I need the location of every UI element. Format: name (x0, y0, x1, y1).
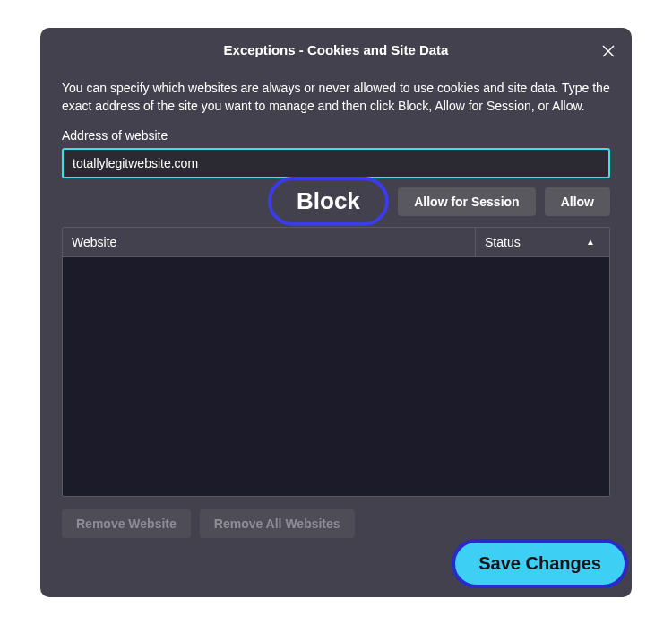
column-website[interactable]: Website (63, 228, 475, 256)
close-button[interactable] (598, 40, 619, 62)
dialog-description: You can specify which websites are alway… (62, 79, 610, 116)
remove-all-button: Remove All Websites (200, 509, 355, 538)
close-icon (601, 44, 616, 58)
block-highlight-callout: Block (268, 177, 389, 226)
table-body (63, 257, 609, 496)
column-status-label: Status (485, 235, 521, 249)
allow-button[interactable]: Allow (545, 187, 610, 216)
remove-website-button: Remove Website (62, 509, 191, 538)
sort-ascending-icon: ▲ (586, 237, 595, 247)
save-highlight-callout[interactable]: Save Changes (452, 539, 628, 588)
allow-session-button[interactable]: Allow for Session (398, 187, 535, 216)
remove-button-row: Remove Website Remove All Websites (62, 509, 610, 538)
column-status[interactable]: Status ▲ (475, 228, 609, 256)
dialog-body: You can specify which websites are alway… (40, 72, 632, 597)
address-label: Address of website (62, 128, 610, 143)
address-input[interactable] (62, 148, 610, 178)
exceptions-table: Website Status ▲ (62, 227, 610, 497)
action-button-row: Block Allow for Session Allow (62, 187, 610, 216)
exceptions-dialog: Exceptions - Cookies and Site Data You c… (40, 28, 632, 597)
dialog-title: Exceptions - Cookies and Site Data (224, 42, 449, 57)
table-header: Website Status ▲ (63, 228, 609, 257)
footer-row: C Save Changes (62, 551, 610, 579)
dialog-header: Exceptions - Cookies and Site Data (40, 28, 632, 72)
